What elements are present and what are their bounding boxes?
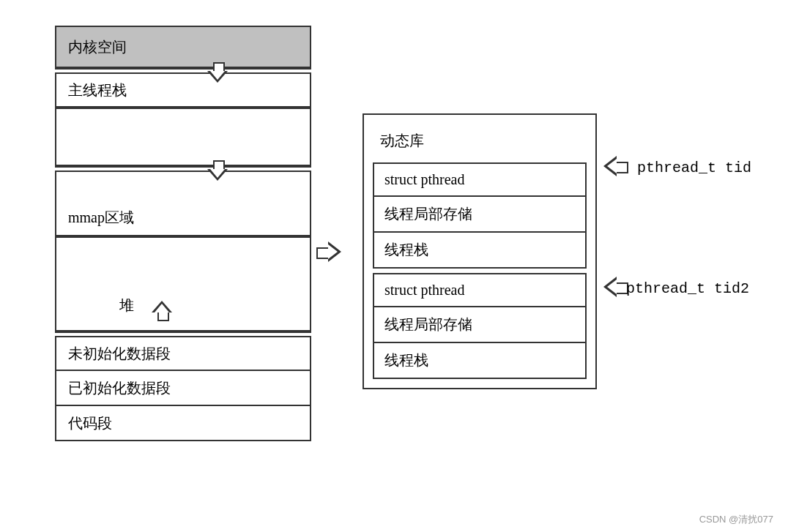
mmap-to-detail-arrow-icon [316,241,346,263]
tid2-arrow-icon [599,277,628,299]
tls-row: 线程局部存储 [374,307,585,343]
thread-stack-row: 线程栈 [374,343,585,378]
main-thread-stack-label: 主线程栈 [68,80,127,100]
kernel-space-label: 内核空间 [68,37,127,57]
kernel-space-box: 内核空间 [55,26,311,68]
struct-pthread-row: struct pthread [374,164,585,197]
dynamic-lib-label: 动态库 [380,132,424,149]
empty-region-1 [55,108,311,166]
tid1-arrow-icon [599,156,628,178]
code-segment-box: 代码段 [55,406,311,441]
main-thread-stack-box: 主线程栈 [55,72,311,108]
mmap-region-box: mmap区域 [55,171,311,236]
heap-box: 堆 [55,236,311,331]
mmap-detail-column: 动态库 struct pthread 线程局部存储 线程栈 struct pth… [363,113,597,389]
tls-row: 线程局部存储 [374,197,585,233]
stack-grow-down-arrow-icon [207,62,229,84]
data-segment-label: 已初始化数据段 [68,378,171,398]
bss-segment-label: 未初始化数据段 [68,344,171,364]
bss-segment-box: 未初始化数据段 [55,336,311,371]
struct-pthread-label-2: struct pthread [384,282,464,298]
data-segment-box: 已初始化数据段 [55,371,311,406]
tid2-label: pthread_t tid2 [626,280,749,297]
dynamic-lib-box: 动态库 [373,124,587,158]
thread-stack-row: 线程栈 [374,233,585,267]
heap-grow-up-arrow-icon [152,299,174,321]
tls-label-1: 线程局部存储 [384,206,472,222]
thread-block-2: struct pthread 线程局部存储 线程栈 [373,273,587,379]
code-segment-label: 代码段 [68,413,112,433]
heap-label: 堆 [68,296,134,315]
struct-pthread-row: struct pthread [374,274,585,307]
thread-stack-label-1: 线程栈 [384,241,428,258]
mmap-grow-down-arrow-icon [207,160,229,182]
thread-stack-label-2: 线程栈 [384,352,428,368]
tid1-label: pthread_t tid [637,160,751,176]
process-memory-layout: 内核空间 主线程栈 mmap区域 堆 未初始化数据段 已初始化数据段 代码段 [55,26,311,441]
struct-pthread-label-1: struct pthread [384,171,464,187]
thread-block-1: struct pthread 线程局部存储 线程栈 [373,162,587,269]
mmap-region-label: mmap区域 [68,208,134,228]
watermark: CSDN @清扰077 [699,513,773,526]
tls-label-2: 线程局部存储 [384,316,472,332]
